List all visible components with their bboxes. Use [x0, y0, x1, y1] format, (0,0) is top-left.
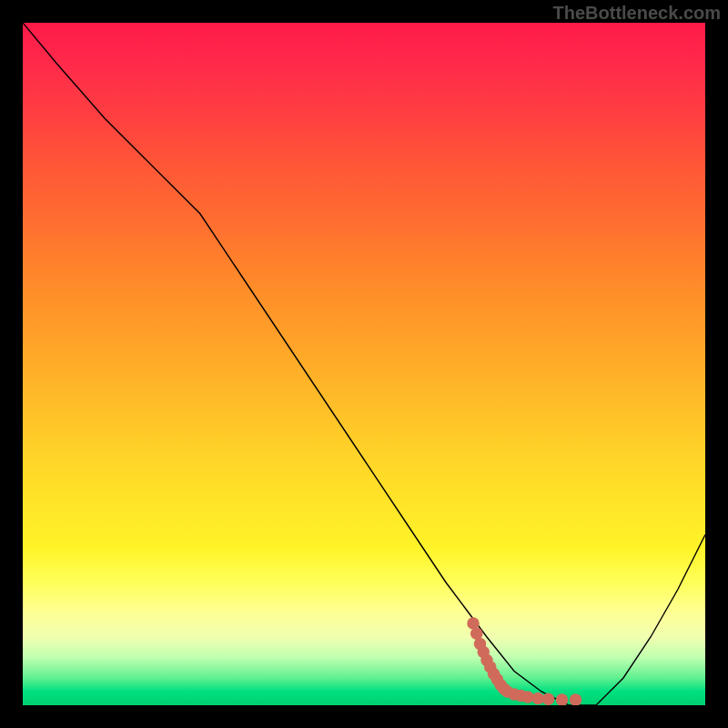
marker-dot: [570, 693, 582, 705]
marker-dot: [542, 693, 555, 706]
watermark: TheBottleneck.com: [553, 3, 721, 24]
chart-area: [23, 23, 705, 705]
marker-dot: [556, 693, 569, 705]
chart-markers: [23, 23, 705, 705]
